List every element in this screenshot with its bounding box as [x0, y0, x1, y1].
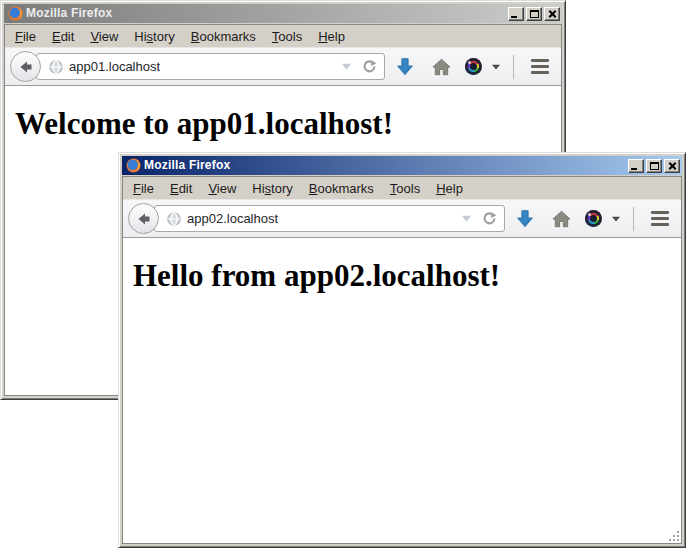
menu-item-help[interactable]: Help [428, 179, 471, 198]
menu-item-edit[interactable]: Edit [162, 179, 200, 198]
minimize-button[interactable] [508, 7, 524, 21]
content-area: Hello from app02.localhost! [123, 238, 681, 543]
menu-item-bookmarks[interactable]: Bookmarks [183, 27, 264, 46]
download-icon [396, 57, 414, 76]
toolbar-separator [633, 207, 634, 231]
url-bar[interactable]: app01.localhost [36, 53, 385, 80]
hamburger-icon [531, 59, 549, 74]
addon-button[interactable] [581, 203, 623, 235]
url-text: app02.localhost [187, 211, 278, 226]
minimize-button[interactable] [628, 159, 644, 173]
close-button[interactable] [664, 159, 680, 173]
url-bar[interactable]: app02.localhost [154, 205, 505, 232]
reload-button[interactable] [360, 59, 379, 74]
home-icon [432, 58, 451, 76]
menu-item-file[interactable]: File [125, 179, 162, 198]
menu-item-view[interactable]: View [82, 27, 126, 46]
maximize-button[interactable] [526, 7, 542, 21]
menu-item-bookmarks[interactable]: Bookmarks [301, 179, 382, 198]
caret-down-icon [612, 216, 620, 222]
menu-item-file[interactable]: File [7, 27, 44, 46]
home-button[interactable] [425, 51, 457, 83]
page-heading: Welcome to app01.localhost! [15, 106, 561, 142]
resize-grip[interactable] [667, 529, 680, 542]
url-text: app01.localhost [69, 59, 160, 74]
url-dropdown-button[interactable] [459, 214, 474, 223]
caret-down-icon [492, 64, 500, 70]
window-controls [628, 159, 680, 173]
window-title: Mozilla Firefox [144, 156, 625, 175]
menu-item-help[interactable]: Help [310, 27, 353, 46]
hamburger-icon [651, 211, 669, 226]
close-icon [548, 10, 557, 18]
globe-icon [49, 60, 63, 74]
back-button[interactable] [128, 203, 159, 234]
dropdown-triangle-icon [461, 214, 472, 223]
color-wheel-icon [465, 58, 482, 75]
download-button[interactable] [389, 51, 421, 83]
globe-icon [167, 212, 181, 226]
menu-button[interactable] [644, 203, 676, 235]
back-arrow-icon [136, 211, 152, 227]
menu-item-edit[interactable]: Edit [44, 27, 82, 46]
firefox-logo-icon [125, 158, 141, 174]
firefox-logo-icon [7, 6, 23, 22]
minimize-icon [511, 16, 517, 18]
reload-icon [362, 59, 377, 74]
close-button[interactable] [544, 7, 560, 21]
menu-bar: FileEditViewHistoryBookmarksToolsHelp [123, 177, 681, 199]
home-button[interactable] [545, 203, 577, 235]
page-heading: Hello from app02.localhost! [133, 258, 681, 294]
title-bar[interactable]: Mozilla Firefox [4, 4, 562, 23]
nav-toolbar: app02.localhost [123, 199, 681, 238]
maximize-button[interactable] [646, 159, 662, 173]
menu-item-history[interactable]: History [126, 27, 182, 46]
minimize-icon [631, 168, 637, 170]
back-arrow-icon [18, 59, 34, 75]
firefox-window-front: Mozilla Firefox FileEditViewHistoryBookm… [118, 152, 686, 548]
maximize-icon [650, 162, 659, 170]
close-icon [668, 162, 677, 170]
window-controls [508, 7, 560, 21]
title-bar[interactable]: Mozilla Firefox [122, 156, 682, 175]
addon-button[interactable] [461, 51, 503, 83]
maximize-icon [530, 10, 539, 18]
toolbar-separator [513, 55, 514, 79]
menu-bar: FileEditViewHistoryBookmarksToolsHelp [5, 25, 561, 47]
home-icon [552, 210, 571, 228]
nav-toolbar: app01.localhost [5, 47, 561, 86]
download-icon [516, 209, 534, 228]
menu-item-history[interactable]: History [244, 179, 300, 198]
dropdown-triangle-icon [341, 62, 352, 71]
client-area: FileEditViewHistoryBookmarksToolsHelp ap… [122, 176, 682, 544]
reload-button[interactable] [480, 211, 499, 226]
menu-item-tools[interactable]: Tools [264, 27, 310, 46]
back-button[interactable] [10, 51, 41, 82]
menu-button[interactable] [524, 51, 556, 83]
download-button[interactable] [509, 203, 541, 235]
menu-item-view[interactable]: View [200, 179, 244, 198]
url-dropdown-button[interactable] [339, 62, 354, 71]
window-title: Mozilla Firefox [26, 4, 505, 23]
color-wheel-icon [585, 210, 602, 227]
reload-icon [482, 211, 497, 226]
menu-item-tools[interactable]: Tools [382, 179, 428, 198]
